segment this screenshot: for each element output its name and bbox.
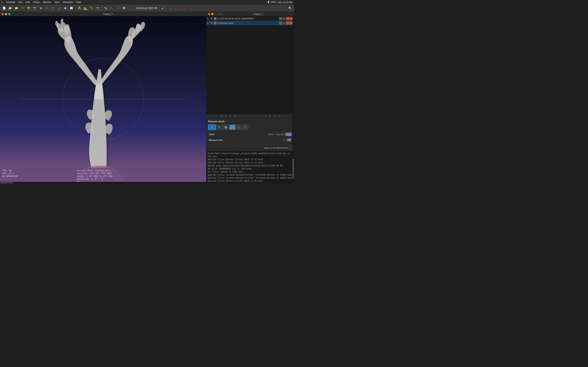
render-btn-hidden[interactable]: ▲: [236, 125, 242, 130]
toolbar-draw[interactable]: ✏️: [103, 5, 109, 11]
render-btn-points[interactable]: ⠿: [216, 125, 222, 130]
num-group-left: 1 2 3 4: [207, 115, 250, 118]
h-scrollbar-thumb[interactable]: [0, 182, 13, 183]
h-scrollbar[interactable]: [0, 182, 206, 184]
color-mesh-label: Mesh: [268, 133, 274, 136]
num-group-right: 1 2 3 4: [250, 115, 294, 118]
toolbar-del2[interactable]: ✕: [182, 5, 188, 11]
measure-info-row: Measure Info On Off: [208, 137, 292, 143]
num-right-4[interactable]: 4: [277, 115, 281, 118]
toolbar-sep5: [174, 6, 175, 10]
render-flat2-icon: ⊟: [244, 126, 246, 129]
toolbar-cam[interactable]: 📷: [95, 5, 101, 11]
toolbar-plane[interactable]: △: [56, 5, 62, 11]
viewport-close[interactable]: [2, 13, 4, 15]
color-swatch-container: Mesh User-Def: [268, 133, 292, 136]
render-btn-flat2[interactable]: ⊟: [242, 125, 249, 130]
layer-3-eye[interactable]: 👁: [210, 17, 213, 20]
right-scrollbar[interactable]: [292, 16, 294, 184]
toolbar-shape[interactable]: ⬢: [62, 5, 68, 11]
num-right-1[interactable]: 1: [264, 115, 267, 118]
viewport-3d[interactable]: FOV: 60 FPS: 84.7 BO_RENDERING Current M…: [0, 16, 206, 182]
toggle-off-button[interactable]: Off: [286, 138, 292, 142]
scrollbar-thumb[interactable]: [293, 159, 294, 179]
menu-render[interactable]: Render: [43, 1, 51, 4]
toolbar-open2[interactable]: 📁: [13, 5, 19, 11]
toggle-on-button[interactable]: On: [281, 138, 286, 142]
num-right-3[interactable]: 3: [273, 115, 276, 118]
apply-label: apply to all visible layers: [264, 147, 288, 149]
toolbar-box[interactable]: □: [44, 5, 50, 11]
viewport-info-overlay: FOV: 60 FPS: 84.7 BO_RENDERING Current M…: [0, 167, 206, 182]
toolbar-brush[interactable]: 🖌: [160, 5, 165, 11]
menu-view[interactable]: View: [54, 1, 60, 4]
menu-file[interactable]: File: [18, 1, 22, 4]
toolbar-pointer[interactable]: ↖: [168, 5, 173, 11]
num-left-4[interactable]: 4: [233, 115, 237, 118]
main-toolbar: 📄 📂 📁 ↺ 📦 📷 ▦ □ ⬡ △ ⬢ ⬜ A 📐 🔧 📷 ✏️ ↖ ↗ 🎨…: [0, 4, 294, 12]
toolbar-font[interactable]: A: [77, 5, 82, 11]
toolbar-del1[interactable]: ✕: [176, 5, 182, 11]
layer-3-controls: ⊟ □ ▼ ▶: [279, 17, 293, 20]
right-panel-title: Project_1: [224, 13, 292, 15]
num-right-2[interactable]: 2: [268, 115, 272, 118]
render-mode-buttons: □ ⠿ ⊞ □ ▲: [208, 125, 292, 130]
toolbar-save[interactable]: ↺: [20, 5, 25, 11]
render-btn-smooth[interactable]: □: [208, 125, 216, 130]
toolbar-measure[interactable]: 📐: [83, 5, 88, 11]
right-minimize[interactable]: [211, 13, 213, 15]
toolbar-search[interactable]: 🔍: [287, 5, 293, 11]
toolbar-select2[interactable]: ↗: [115, 5, 121, 11]
toolbar-sep4: [167, 6, 167, 10]
layer-4-ctrl3[interactable]: ▼: [286, 21, 290, 25]
num-left-2[interactable]: 2: [224, 115, 228, 118]
mesh-svg: [0, 16, 206, 182]
toolbar-snap[interactable]: 📷: [32, 5, 38, 11]
layer-4-ctrl2[interactable]: □: [283, 21, 286, 25]
layer-item-3[interactable]: ▶ 👁 ⊞ 3 2020-06-08-00.18.35 1888898062 *…: [207, 16, 294, 21]
info-vertices: Vertices: 576,345 (761,584): [77, 172, 113, 175]
toolbar-del3[interactable]: ✕: [188, 5, 194, 11]
toolbar-new[interactable]: 📄: [1, 5, 7, 11]
toolbar-color-mesh[interactable]: 🎨: [121, 5, 127, 11]
toolbar-select[interactable]: ↖: [109, 5, 115, 11]
info-faces: Faces: 1,157,490 (1,157,490): [77, 175, 113, 177]
menubar-battery: 🔋 100%: [267, 1, 276, 3]
menu-windows[interactable]: Windows: [63, 1, 73, 4]
info-bo: BO_RENDERING: [2, 175, 18, 177]
viewport-title: Project_1: [11, 13, 205, 15]
log-area[interactable]: Saved Mesh /Users/fishuyo/_projects/2020…: [207, 151, 294, 184]
menu-help[interactable]: Help: [76, 1, 81, 4]
layer-4-eye[interactable]: 👁: [210, 22, 213, 25]
viewport-minimize[interactable]: [5, 13, 7, 15]
layer-item-4[interactable]: ▶ 👁 ⊞ 4 Poisson mesh * ⊟ □ ▼ ▶: [207, 21, 294, 25]
toolbar-pick[interactable]: 🔧: [89, 5, 95, 11]
layer-3-ctrl1[interactable]: ⊟: [279, 17, 282, 20]
layer-3-ctrl2[interactable]: □: [283, 17, 286, 20]
color-swatch[interactable]: [285, 133, 292, 136]
menu-meshlab[interactable]: meshlab: [6, 1, 15, 4]
apply-checkbox[interactable]: [290, 146, 292, 149]
render-btn-wireframe[interactable]: ⊞: [223, 125, 229, 130]
num-left-3[interactable]: 3: [229, 115, 232, 118]
right-close[interactable]: [208, 13, 210, 15]
toolbar-cylinder[interactable]: ⬜: [69, 5, 74, 11]
layer-4-ctrl1[interactable]: ⊟: [279, 21, 282, 25]
toolbar-cyl[interactable]: ⬡: [50, 5, 56, 11]
toolbar-layers[interactable]: ▦: [38, 5, 44, 11]
viewport-maximize[interactable]: [8, 13, 10, 15]
layer-3-ctrl3[interactable]: ▼: [286, 17, 290, 20]
right-panel: ⬛ ⟳ Project_1 ▶ 👁 ⊞ 3 2020-06-08-00.18.3…: [206, 12, 294, 184]
render-points-icon: ⠿: [218, 126, 220, 129]
number-row: 1 2 3 4 1 2 3 4: [207, 114, 294, 118]
render-btn-flat[interactable]: □: [229, 125, 235, 130]
toolbar-open[interactable]: 📂: [7, 5, 13, 11]
log-line-7: Applied filter Delete Current Mesh in 55…: [208, 179, 293, 183]
toolbar-reload[interactable]: 📦: [26, 5, 31, 11]
num-left-1[interactable]: 1: [220, 115, 223, 118]
menu-filters[interactable]: Filters: [33, 1, 40, 4]
toolbar-delete[interactable]: ✕: [127, 5, 133, 11]
menu-edit[interactable]: Edit: [26, 1, 30, 4]
apple-menu[interactable]: : [2, 1, 3, 4]
properties-title: Poisson mesh: [208, 120, 292, 123]
